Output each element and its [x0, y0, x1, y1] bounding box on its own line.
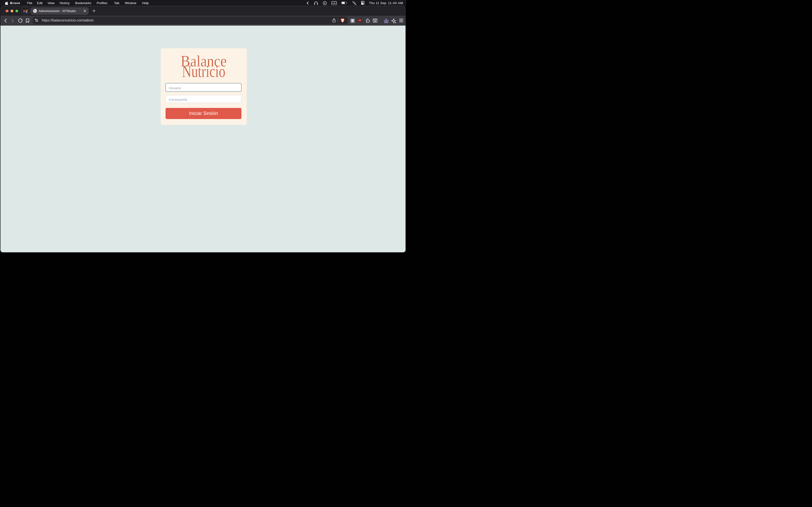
- svg-text:UO: UO: [359, 19, 361, 21]
- svg-text:LA: LA: [333, 2, 336, 4]
